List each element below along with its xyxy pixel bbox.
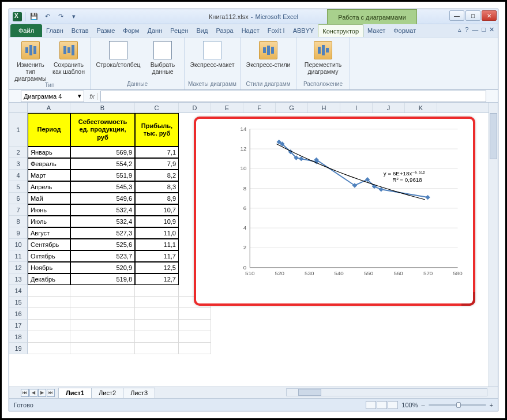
cell-A17[interactable] [28, 320, 70, 331]
quick-layout-button[interactable]: Экспресс-макет [188, 40, 236, 68]
sheet-nav-prev-icon[interactable]: ◀ [29, 389, 37, 397]
zoom-slider[interactable] [429, 404, 486, 406]
cell-C3[interactable]: 7,9 [135, 158, 179, 170]
row-header-16[interactable]: 16 [9, 308, 28, 320]
select-data-button[interactable]: Выбрать данные [145, 40, 181, 75]
cell-C11[interactable]: 11,7 [135, 250, 179, 262]
cell-A2[interactable]: Январь [28, 147, 70, 158]
zoom-thumb[interactable] [456, 402, 461, 408]
undo-icon[interactable]: ↶ [42, 12, 53, 22]
col-header-B[interactable]: B [70, 103, 135, 112]
cell-B8[interactable]: 532,4 [70, 216, 135, 227]
cell-B3[interactable]: 554,2 [70, 158, 135, 170]
cell-A12[interactable]: Ноябрь [28, 262, 70, 273]
cell-B18[interactable] [70, 331, 135, 343]
tab-insert[interactable]: Встав [67, 24, 93, 37]
cell-C17[interactable] [135, 320, 179, 331]
cell-B1[interactable]: Себестоимость ед. продукции, руб [70, 113, 135, 147]
cell-B16[interactable] [70, 308, 135, 320]
select-all-corner[interactable] [9, 103, 28, 112]
col-header-D[interactable]: D [179, 103, 211, 112]
row-header-10[interactable]: 10 [9, 239, 28, 250]
col-header-I[interactable]: I [340, 103, 373, 112]
col-header-A[interactable]: A [28, 103, 70, 112]
row-header-2[interactable]: 2 [9, 147, 28, 158]
row-header-12[interactable]: 12 [9, 262, 28, 273]
cell-A10[interactable]: Сентябрь [28, 239, 70, 250]
cell-B2[interactable]: 569,9 [70, 147, 135, 158]
cell-B19[interactable] [70, 343, 135, 354]
tab-foxit[interactable]: Foxit I [264, 24, 289, 37]
cell-B17[interactable] [70, 320, 135, 331]
zoom-in-icon[interactable]: + [490, 402, 493, 408]
sheet-nav-first-icon[interactable]: ⏮ [21, 389, 29, 397]
row-header-4[interactable]: 4 [9, 170, 28, 181]
row-header-19[interactable]: 19 [9, 343, 28, 354]
workbook-max-icon[interactable]: □ [482, 26, 486, 33]
cell-A4[interactable]: Март [28, 170, 70, 181]
tab-design[interactable]: Конструктор [318, 24, 363, 37]
file-tab[interactable]: Файл [10, 24, 42, 37]
sheet-tab-3[interactable]: Лист3 [123, 388, 155, 398]
tab-pagelayout[interactable]: Разме [93, 24, 119, 37]
col-header-H[interactable]: H [308, 103, 340, 112]
cell-B6[interactable]: 549,6 [70, 193, 135, 204]
sheet-tab-2[interactable]: Лист2 [91, 388, 123, 398]
ribbon-minimize-icon[interactable]: ▵ [458, 26, 461, 33]
row-header-18[interactable]: 18 [9, 331, 28, 343]
cell-A18[interactable] [28, 331, 70, 343]
cell-B5[interactable]: 545,3 [70, 181, 135, 193]
cell-B14[interactable] [70, 285, 135, 297]
cell-B12[interactable]: 520,9 [70, 262, 135, 273]
view-buttons[interactable] [366, 401, 398, 409]
vscroll-thumb[interactable] [490, 113, 497, 159]
row-header-6[interactable]: 6 [9, 193, 28, 204]
cell-A15[interactable] [28, 297, 70, 308]
save-icon[interactable]: 💾 [28, 12, 40, 22]
cell-A7[interactable]: Июнь [28, 204, 70, 216]
hscroll-thumb[interactable] [298, 389, 321, 396]
tab-format[interactable]: Формат [389, 24, 420, 37]
tab-abbyy[interactable]: ABBYY [289, 24, 318, 37]
row-header-15[interactable]: 15 [9, 297, 28, 308]
formula-input[interactable] [100, 91, 486, 102]
name-box[interactable]: Диаграмма 4 ▾ [21, 91, 84, 102]
tab-addins[interactable]: Надст [238, 24, 264, 37]
tab-formulas[interactable]: Форм [119, 24, 143, 37]
row-header-3[interactable]: 3 [9, 158, 28, 170]
col-header-J[interactable]: J [373, 103, 405, 112]
sheet-nav-next-icon[interactable]: ▶ [38, 389, 46, 397]
cell-C14[interactable] [135, 285, 179, 297]
cell-C5[interactable]: 8,3 [135, 181, 179, 193]
col-header-C[interactable]: C [135, 103, 179, 112]
cell-A16[interactable] [28, 308, 70, 320]
tab-layout[interactable]: Макет [363, 24, 389, 37]
zoom-out-icon[interactable]: – [421, 402, 425, 408]
cell-C2[interactable]: 7,1 [135, 147, 179, 158]
cell-B11[interactable]: 523,7 [70, 250, 135, 262]
close-button[interactable]: ✕ [482, 10, 497, 21]
embedded-chart[interactable]: 02468101214510520530540550560570580y = 6… [194, 117, 475, 306]
cell-C9[interactable]: 11,0 [135, 227, 179, 239]
help-icon[interactable]: ? [465, 26, 468, 33]
row-header-13[interactable]: 13 [9, 273, 28, 285]
move-chart-button[interactable]: Переместить диаграмму [300, 40, 346, 75]
cell-A19[interactable] [28, 343, 70, 354]
sheet-tab-1[interactable]: Лист1 [58, 388, 92, 398]
cell-C6[interactable]: 8,9 [135, 193, 179, 204]
workbook-min-icon[interactable]: — [472, 26, 478, 33]
cell-C15[interactable] [135, 297, 179, 308]
col-header-G[interactable]: G [276, 103, 308, 112]
cell-A1[interactable]: Период [28, 113, 70, 147]
cell-A3[interactable]: Февраль [28, 158, 70, 170]
namebox-dropdown-icon[interactable]: ▾ [78, 92, 81, 100]
cell-C19[interactable] [135, 343, 179, 354]
row-header-5[interactable]: 5 [9, 181, 28, 193]
col-header-F[interactable]: F [243, 103, 276, 112]
cell-A13[interactable]: Декабрь [28, 273, 70, 285]
redo-icon[interactable]: ↷ [55, 12, 66, 22]
quick-styles-button[interactable]: Экспресс-стили [244, 40, 292, 68]
chart-plot-area[interactable]: 02468101214510520530540550560570580y = 6… [210, 123, 465, 287]
vertical-scrollbar[interactable] [489, 103, 498, 387]
cell-C4[interactable]: 8,2 [135, 170, 179, 181]
